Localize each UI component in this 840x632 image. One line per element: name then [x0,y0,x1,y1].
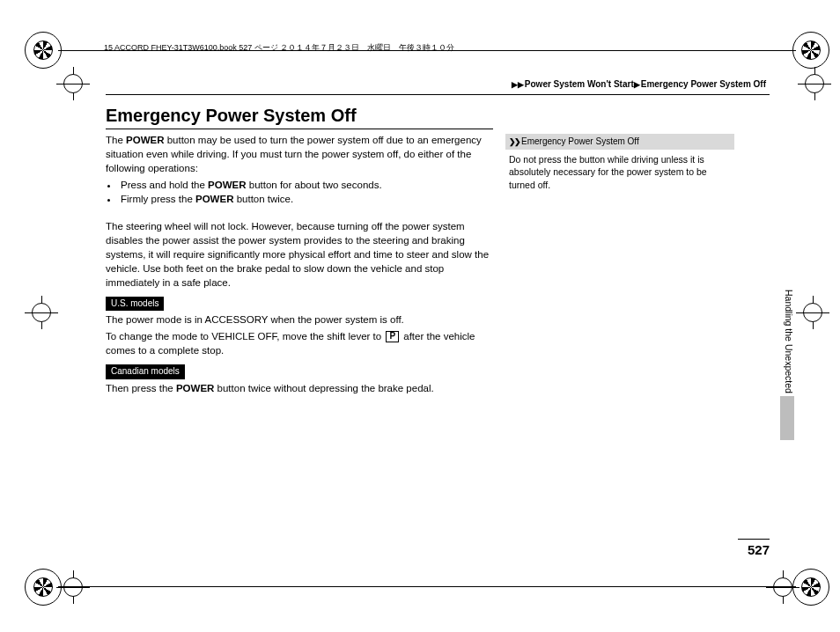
us-paragraph-2: To change the mode to VEHICLE OFF, move … [106,330,491,358]
crop-target-icon [796,296,829,329]
note-chevron-icon: ❯❯ [509,137,519,146]
registration-mark-icon [25,32,62,69]
chapter-side-tab-bar [780,396,794,440]
crop-target-icon [56,570,90,604]
intro-paragraph: The POWER button may be used to turn the… [106,134,491,176]
breadcrumb-rule [106,94,770,95]
canadian-models-label: Canadian models [106,364,185,379]
breadcrumb-arrow-icon: ▶ [634,80,641,89]
crop-target-icon [56,67,90,100]
breadcrumb-parent: Power System Won't Start [525,79,634,89]
sidebar-note: ❯❯Emergency Power System Off Do not pres… [505,134,734,191]
main-column: The POWER button may be used to turn the… [106,134,491,399]
chapter-side-tab-label: Handling the Unexpected [780,290,794,393]
us-paragraph-1: The power mode is in ACCESSORY when the … [106,313,491,327]
print-header-strip: 15 ACCORD FHEY-31T3W6100.book 527 ページ ２０… [104,42,454,54]
canadian-paragraph: Then press the POWER button twice withou… [106,382,491,396]
sidebar-note-header: ❯❯Emergency Power System Off [505,134,734,150]
operations-list: Press and hold the POWER button for abou… [106,179,491,208]
sidebar-note-title: Emergency Power System Off [521,136,639,146]
sidebar-note-body: Do not press the button while driving un… [505,153,734,191]
crop-target-icon [766,570,799,604]
crop-target-icon [798,67,831,100]
steering-paragraph: The steering wheel will not lock. Howeve… [106,220,491,290]
breadcrumb-arrow-icon: ▶▶ [512,80,525,89]
list-item: Firmly press the POWER button twice. [119,193,491,207]
page-number: 527 [748,542,770,557]
page-number-rule [738,539,770,540]
us-models-label: U.S. models [106,297,164,312]
breadcrumb-current: Emergency Power System Off [641,79,766,89]
list-item: Press and hold the POWER button for abou… [119,179,491,193]
crop-target-icon [25,296,58,329]
section-title: Emergency Power System Off [106,106,357,126]
park-gear-icon: P [386,331,399,342]
crop-rule-bottom [58,586,796,587]
breadcrumb: ▶▶Power System Won't Start▶Emergency Pow… [512,79,766,89]
registration-mark-icon [792,32,829,69]
title-rule [106,129,493,129]
